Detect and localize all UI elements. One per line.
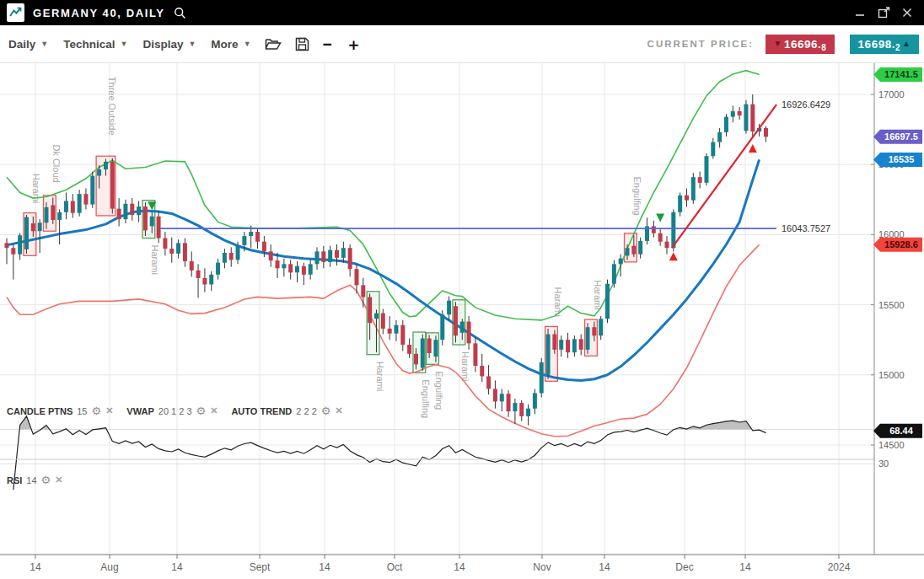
menu-display[interactable]: Display ▼ xyxy=(142,38,196,51)
zoom-out-button[interactable]: − xyxy=(323,36,332,52)
buy-signal-icon xyxy=(669,252,678,260)
gear-icon[interactable]: ⚙ xyxy=(41,474,51,485)
indicator-params: 14 xyxy=(26,475,36,485)
candle-down xyxy=(163,239,167,249)
pattern-label: Engulfing xyxy=(632,177,642,216)
indicator-rsi: RSI 14 ⚙ ✕ xyxy=(7,474,62,485)
candle-up xyxy=(150,217,154,227)
candle-down xyxy=(110,162,115,209)
menu-daily-label: Daily xyxy=(8,38,35,51)
gear-icon[interactable]: ⚙ xyxy=(321,405,331,416)
candle-up xyxy=(78,194,82,212)
price-chart-canvas[interactable]: HaramiDk CloudThree OutsideHaramiHaramiE… xyxy=(0,63,924,579)
candle-up xyxy=(559,340,563,350)
time-axis-label: 14 xyxy=(319,561,330,573)
candle-up xyxy=(137,206,141,215)
candle-down xyxy=(473,343,477,366)
candle-down xyxy=(480,366,484,376)
menu-daily[interactable]: Daily ▼ xyxy=(8,38,48,51)
candle-up xyxy=(44,207,48,222)
candle-down xyxy=(196,271,201,278)
candle-down xyxy=(31,223,35,231)
candle-down xyxy=(229,253,234,260)
candle-up xyxy=(421,339,425,368)
candle-up xyxy=(711,142,715,157)
price-tag-value: 15928.6 xyxy=(884,239,918,249)
popout-button[interactable] xyxy=(875,4,892,21)
candle-up xyxy=(38,222,42,231)
chart-area[interactable]: HaramiDk CloudThree OutsideHaramiHaramiE… xyxy=(0,63,924,579)
candle-up xyxy=(586,327,590,350)
remove-indicator-icon[interactable]: ✕ xyxy=(335,406,342,415)
upper-band-line xyxy=(7,71,760,320)
candle-up xyxy=(104,162,108,169)
app-chart-icon xyxy=(7,3,24,22)
candle-up xyxy=(447,301,451,315)
candle-up xyxy=(394,325,398,334)
ask-value: 16698. xyxy=(858,38,895,51)
open-folder-icon[interactable] xyxy=(265,37,282,51)
candle-down xyxy=(183,243,187,261)
gear-icon[interactable]: ⚙ xyxy=(196,405,207,416)
bid-price-badge: ▼ 16696.8 xyxy=(766,35,835,54)
price-tag-value: 16697.5 xyxy=(884,131,918,142)
rsi-line xyxy=(13,416,766,490)
gear-icon[interactable]: ⚙ xyxy=(91,405,101,416)
overlay-indicator-row: CANDLE PTNS 15 ⚙ ✕ VWAP 20 1 2 3 ⚙ ✕ AUT… xyxy=(7,405,343,416)
save-icon[interactable] xyxy=(295,37,309,51)
menu-display-label: Display xyxy=(142,38,183,51)
candle-up xyxy=(236,245,240,260)
time-axis-label: Oct xyxy=(387,561,403,573)
remove-indicator-icon[interactable]: ✕ xyxy=(105,406,113,415)
candle-up xyxy=(216,263,220,275)
menu-technical[interactable]: Technical ▼ xyxy=(63,38,127,51)
candle-up xyxy=(242,236,246,245)
indicator-params: 15 xyxy=(77,406,87,416)
close-button[interactable] xyxy=(899,4,916,21)
candle-down xyxy=(157,217,161,239)
candle-down xyxy=(658,233,663,242)
candle-down xyxy=(361,285,365,297)
candle-down xyxy=(169,249,174,254)
indicator-auto-trend: AUTO TREND 2 2 2 ⚙ ✕ xyxy=(231,405,342,416)
candle-down xyxy=(381,314,385,329)
candle-up xyxy=(533,393,537,408)
zoom-in-button[interactable]: ＋ xyxy=(346,36,362,52)
candle-down xyxy=(652,226,656,233)
candle-down xyxy=(507,394,511,411)
time-axis-label: 14 xyxy=(30,561,41,573)
candle-down xyxy=(255,232,260,242)
indicator-params: 2 2 2 xyxy=(296,406,316,416)
candle-down xyxy=(302,266,306,275)
candle-up xyxy=(123,204,127,219)
candle-down xyxy=(592,327,596,335)
horizontal-line-value: 16043.7527 xyxy=(782,223,830,233)
price-tag: 17141.5 xyxy=(873,67,922,82)
candle-down xyxy=(738,111,742,115)
chevron-down-icon: ▼ xyxy=(120,40,127,48)
chevron-down-icon: ▼ xyxy=(244,40,251,48)
price-axis-label: 14500 xyxy=(878,440,905,450)
indicator-candle-ptns: CANDLE PTNS 15 ⚙ ✕ xyxy=(7,405,113,416)
search-icon[interactable] xyxy=(174,7,186,19)
candle-down xyxy=(665,242,669,248)
candle-up xyxy=(638,241,642,255)
menu-more[interactable]: More ▼ xyxy=(211,38,250,51)
candle-down xyxy=(764,128,768,137)
candle-down xyxy=(388,329,392,334)
lower-indicator-row: RSI 14 ⚙ ✕ xyxy=(7,474,62,485)
candle-down xyxy=(698,177,702,183)
remove-indicator-icon[interactable]: ✕ xyxy=(55,475,62,485)
time-axis-label: Nov xyxy=(533,561,551,573)
trend-line-value: 16926.6429 xyxy=(782,99,830,110)
candle-up xyxy=(460,322,465,333)
indicator-params: 20 1 2 3 xyxy=(158,406,192,416)
minimize-button[interactable] xyxy=(851,4,868,21)
remove-indicator-icon[interactable]: ✕ xyxy=(210,406,218,415)
candle-up xyxy=(678,196,682,212)
candle-down xyxy=(552,335,556,350)
arrow-down-icon: ▼ xyxy=(774,40,782,48)
arrow-up-icon: ▲ xyxy=(902,40,911,48)
candle-up xyxy=(704,156,708,183)
candle-up xyxy=(223,253,227,263)
